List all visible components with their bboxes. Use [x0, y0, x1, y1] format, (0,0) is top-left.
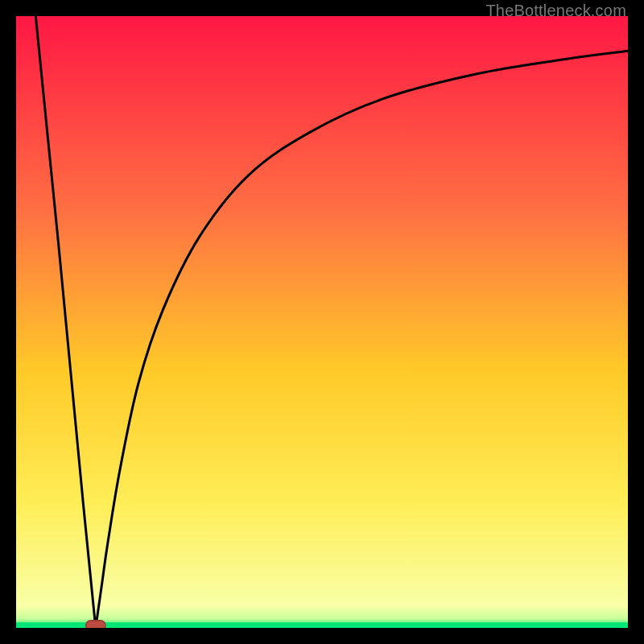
chart-frame: TheBottleneck.com: [0, 0, 644, 644]
bottleneck-chart: [16, 16, 628, 628]
watermark-text: TheBottleneck.com: [485, 2, 626, 20]
green-baseline: [16, 622, 628, 628]
optimal-point-marker: [86, 621, 105, 628]
